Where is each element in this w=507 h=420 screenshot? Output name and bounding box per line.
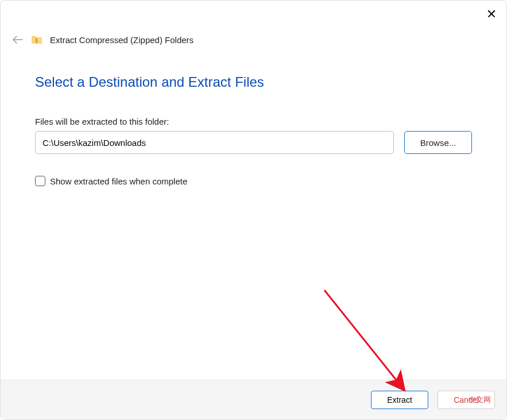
show-files-checkbox-row: Show extracted files when complete	[35, 176, 472, 186]
wizard-title: Extract Compressed (Zipped) Folders	[50, 35, 193, 45]
watermark-text: 中文网	[469, 395, 491, 405]
close-icon[interactable]	[487, 9, 496, 18]
svg-rect-3	[36, 42, 37, 43]
destination-path-input[interactable]	[35, 131, 394, 154]
svg-rect-1	[36, 38, 37, 39]
browse-button[interactable]: Browse...	[404, 131, 472, 154]
path-row: Browse...	[35, 131, 472, 154]
wizard-content: Select a Destination and Extract Files F…	[1, 45, 506, 380]
cancel-button[interactable]: Cancel 中文网	[438, 391, 495, 409]
show-files-checkbox[interactable]	[35, 176, 45, 186]
zipped-folder-icon	[32, 35, 42, 44]
extract-wizard-window: Extract Compressed (Zipped) Folders Sele…	[0, 0, 507, 420]
path-label: Files will be extracted to this folder:	[35, 117, 472, 126]
svg-rect-2	[36, 40, 37, 41]
extract-button[interactable]: Extract	[371, 391, 428, 409]
show-files-checkbox-label: Show extracted files when complete	[50, 176, 187, 186]
back-arrow-icon[interactable]	[12, 34, 24, 45]
wizard-header: Extract Compressed (Zipped) Folders	[1, 1, 506, 45]
page-heading: Select a Destination and Extract Files	[35, 74, 472, 90]
wizard-footer: Extract Cancel 中文网	[1, 380, 506, 419]
